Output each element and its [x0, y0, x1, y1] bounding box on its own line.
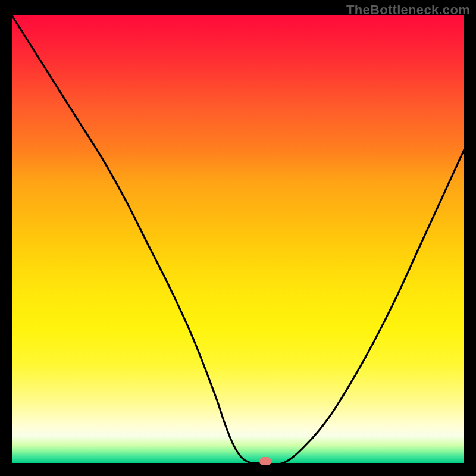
chart-frame: TheBottleneck.com	[0, 0, 476, 476]
curve-svg	[12, 15, 464, 463]
plot-area	[12, 15, 464, 463]
watermark-text: TheBottleneck.com	[346, 2, 470, 18]
bottleneck-curve-path	[12, 15, 464, 463]
optimal-point-marker	[259, 457, 271, 465]
